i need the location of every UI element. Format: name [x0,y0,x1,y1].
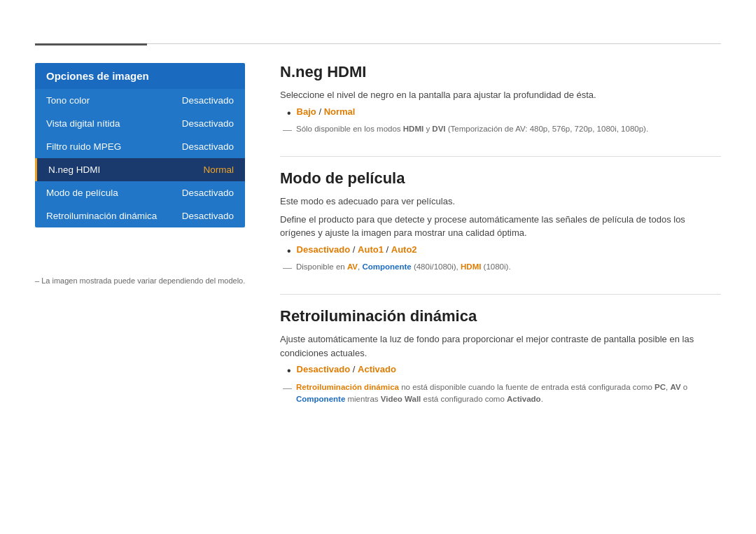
section-desc-retro: Ajuste automáticamente la luz de fondo p… [280,332,721,360]
option-normal: Normal [324,106,356,117]
sidebar-item-value-0: Desactivado [182,95,234,106]
sidebar-item-value-2: Desactivado [182,141,234,152]
section-title-modo: Modo de película [280,169,721,188]
sidebar-item-1[interactable]: Vista digital nítidaDesactivado [35,112,245,135]
section-title-nneg: N.neg HDMI [280,63,721,81]
section-retroiluminacion: Retroiluminación dinámica Ajuste automát… [280,307,721,405]
sidebar-item-value-5: Desactivado [182,211,234,221]
note-modo: — Disponible en AV, Componente (480i/108… [283,261,721,275]
bullet-options-modo: Desactivado / Auto1 / Auto2 [297,244,417,255]
sep-modo2: / [386,244,391,255]
sidebar-item-label-1: Vista digital nítida [46,118,120,129]
section-desc-modo2: Define el producto para que detecte y pr… [280,213,721,240]
note-retro: — Retroiluminación dinámica no está disp… [283,381,721,406]
sidebar-title: Opciones de imagen [35,63,245,89]
sidebar: Opciones de imagen Tono colorDesactivado… [35,63,245,227]
note-dash-modo: — [283,261,292,275]
separator1: / [318,106,323,117]
sidebar-footnote: – La imagen mostrada puede variar depend… [35,276,245,285]
option-auto1: Auto1 [358,244,384,255]
bullet-options-nneg: Bajo / Normal [297,106,356,117]
note-text-nneg: Sólo disponible en los modos HDMI y DVI … [296,123,648,135]
bullet-options-retro: Desactivado / Activado [297,364,396,374]
separator-1 [280,156,721,157]
option-desactivado-modo: Desactivado [297,244,351,255]
bullet-dot-modo: • [287,244,291,258]
sidebar-item-3[interactable]: N.neg HDMINormal [35,158,245,181]
option-bajo: Bajo [297,106,316,117]
section-title-retro: Retroiluminación dinámica [280,307,721,325]
sidebar-item-label-4: Modo de película [46,188,118,198]
separator-2 [280,294,721,295]
bullet-modo: • Desactivado / Auto1 / Auto2 [287,244,721,258]
option-auto2: Auto2 [391,244,417,255]
sep-retro: / [353,364,358,374]
option-desactivado-retro: Desactivado [297,364,351,374]
bullet-nneg: • Bajo / Normal [287,106,721,120]
section-desc-nneg: Seleccione el nivel de negro en la panta… [280,88,721,102]
sidebar-item-value-1: Desactivado [182,118,234,129]
note-nneg: — Sólo disponible en los modos HDMI y DV… [283,123,721,137]
note-dash: — [283,123,292,137]
bullet-retro: • Desactivado / Activado [287,364,721,377]
section-nneg-hdmi: N.neg HDMI Seleccione el nivel de negro … [280,63,721,136]
sidebar-item-label-0: Tono color [46,95,90,106]
section-desc-modo1: Este modo es adecuado para ver películas… [280,195,721,209]
sidebar-item-2[interactable]: Filtro ruido MPEGDesactivado [35,135,245,158]
note-dash-retro: — [283,381,292,395]
option-activado-retro: Activado [358,364,396,374]
sidebar-item-4[interactable]: Modo de películaDesactivado [35,181,245,204]
sidebar-item-value-4: Desactivado [182,188,234,198]
sep-modo1: / [353,244,358,255]
section-modo-pelicula: Modo de película Este modo es adecuado p… [280,169,721,274]
bullet-dot: • [287,106,291,120]
main-content: N.neg HDMI Seleccione el nivel de negro … [280,63,721,425]
sidebar-item-0[interactable]: Tono colorDesactivado [35,89,245,112]
sidebar-item-label-5: Retroiluminación dinámica [46,211,157,221]
note-text-modo: Disponible en AV, Componente (480i/1080i… [296,261,511,273]
top-divider-accent [35,43,147,45]
sidebar-item-5[interactable]: Retroiluminación dinámicaDesactivado [35,204,245,227]
note-text-retro: Retroiluminación dinámica no está dispon… [296,381,721,406]
bullet-dot-retro: • [287,364,291,377]
sidebar-item-value-3: Normal [203,164,234,175]
sidebar-item-label-3: N.neg HDMI [48,164,100,175]
sidebar-items: Tono colorDesactivadoVista digital nítid… [35,89,245,227]
sidebar-item-label-2: Filtro ruido MPEG [46,141,121,152]
